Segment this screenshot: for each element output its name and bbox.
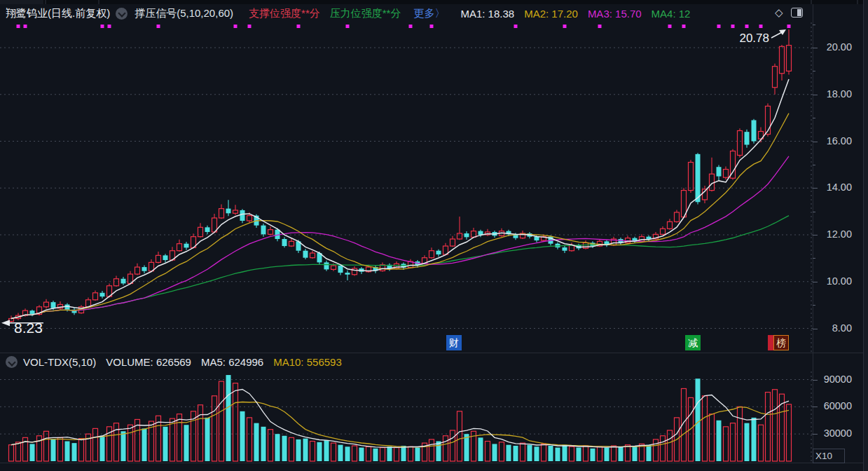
volume-tick-label: 30000 — [817, 428, 852, 439]
volume-readout: VOLUME: 626569 — [106, 356, 191, 368]
chevron-down-circle-icon[interactable] — [116, 8, 128, 20]
top-strip-divider — [857, 0, 858, 4]
axis-tick — [813, 434, 818, 435]
ma2-readout: MA2: 17.20 — [524, 8, 578, 20]
axis-tick — [813, 118, 815, 118]
price-tick-label: 16.00 — [817, 135, 852, 146]
axis-tick — [813, 235, 818, 235]
event-badge[interactable]: 榜 — [773, 335, 789, 350]
panel-toggle-icon[interactable] — [791, 8, 803, 18]
diamond-icon[interactable]: ◇ — [775, 6, 783, 19]
price-tick-label: 20.00 — [817, 41, 852, 53]
volume-indicator-name: VOL-TDX(5,10) — [23, 356, 96, 368]
pane-separator — [0, 353, 864, 353]
axis-tick — [813, 48, 818, 48]
indicator-name: 撑压信号(5,10,20,60) — [135, 7, 233, 20]
axis-tick — [813, 25, 815, 25]
axis-tick — [813, 71, 815, 71]
axis-tick — [813, 329, 818, 329]
main-chart-header: 翔鹭钨业(日线.前复权) 撑压信号(5,10,20,60) 支撑位强度**分 压… — [6, 4, 773, 22]
axis-border — [813, 4, 813, 463]
ma4-readout: MA4: 12 — [652, 8, 691, 20]
volume-tick-label: 90000 — [817, 374, 852, 385]
stock-chart-app: 翔鹭钨业(日线.前复权) 撑压信号(5,10,20,60) 支撑位强度**分 压… — [0, 0, 868, 471]
axis-tick — [813, 282, 818, 282]
volume-ma5-readout: MA5: 624996 — [201, 356, 263, 368]
svg-text:8.23: 8.23 — [14, 320, 43, 336]
price-tick-label: 10.00 — [817, 275, 852, 287]
price-pane[interactable]: 20.788.23 — [0, 22, 813, 353]
axis-tick — [813, 165, 815, 165]
event-badge[interactable]: 减 — [685, 335, 701, 350]
pane-separator — [0, 463, 864, 463]
price-tick-label: 14.00 — [817, 182, 852, 193]
right-edge-strip[interactable] — [863, 0, 868, 471]
axis-tick — [813, 95, 818, 95]
top-strip-divider — [811, 0, 812, 4]
volume-unit-label: X10 — [813, 449, 845, 463]
price-tick-label: 8.00 — [817, 322, 852, 334]
ma3-readout: MA3: 15.70 — [588, 8, 642, 20]
pressure-strength-label: 压力位强度**分 — [330, 7, 401, 20]
event-badge[interactable]: 财 — [446, 335, 462, 350]
volume-tick-label: 60000 — [817, 400, 852, 411]
axis-tick — [813, 212, 815, 212]
axis-tick — [813, 188, 818, 189]
axis-tick — [813, 305, 815, 306]
candlestick-chart[interactable]: 20.788.23 — [0, 22, 813, 353]
axis-tick — [813, 407, 818, 407]
volume-pane[interactable] — [0, 371, 813, 463]
svg-text:20.78: 20.78 — [739, 32, 769, 45]
volume-chart[interactable] — [0, 371, 813, 463]
price-tick-label: 12.00 — [817, 228, 852, 240]
volume-ma10-readout: MA10: 556593 — [273, 356, 342, 368]
ma1-readout: MA1: 18.38 — [460, 8, 514, 20]
axis-tick — [813, 380, 818, 381]
axis-tick — [813, 258, 815, 259]
stock-title: 翔鹭钨业(日线.前复权) — [6, 7, 110, 20]
axis-tick — [813, 142, 818, 142]
more-link[interactable]: 更多〉 — [413, 7, 445, 20]
price-tick-label: 18.00 — [817, 88, 852, 100]
support-strength-label: 支撑位强度**分 — [249, 7, 320, 20]
volume-header: VOL-TDX(5,10) VOLUME: 626569 MA5: 624996… — [6, 354, 342, 370]
chevron-down-circle-icon[interactable] — [6, 356, 18, 368]
